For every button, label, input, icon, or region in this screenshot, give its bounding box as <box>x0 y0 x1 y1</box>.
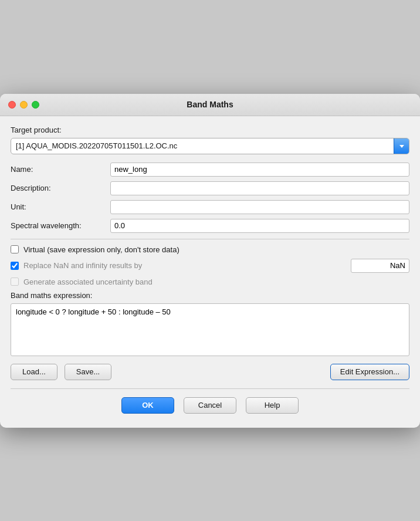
virtual-checkbox-row: Virtual (save expression only, don't sto… <box>11 245 409 254</box>
target-product-arrow[interactable] <box>394 138 409 154</box>
window-title: Band Maths <box>187 100 233 109</box>
title-bar: Band Maths <box>0 94 420 116</box>
expression-label: Band maths expression: <box>11 291 409 300</box>
target-product-label: Target product: <box>11 126 409 134</box>
save-button[interactable]: Save... <box>65 364 111 380</box>
target-product-value: [1] AQUA_MODIS.20220705T011501.L2.OC.nc <box>11 141 394 150</box>
close-button[interactable] <box>8 101 16 109</box>
replace-nan-label: Replace NaN and infinity results by <box>23 261 346 270</box>
cancel-button[interactable]: Cancel <box>184 397 236 414</box>
help-button[interactable]: Help <box>246 397 299 414</box>
expression-textarea[interactable] <box>11 303 409 356</box>
main-content: Target product: [1] AQUA_MODIS.20220705T… <box>0 116 420 428</box>
edit-expression-button[interactable]: Edit Expression... <box>330 364 409 380</box>
unit-input[interactable] <box>110 200 409 214</box>
description-label: Description: <box>11 184 110 192</box>
replace-nan-row: Replace NaN and infinity results by <box>11 259 409 273</box>
minimize-button[interactable] <box>20 101 28 109</box>
maximize-button[interactable] <box>32 101 39 109</box>
description-input[interactable] <box>110 181 409 195</box>
unit-label: Unit: <box>11 202 110 211</box>
replace-nan-checkbox[interactable] <box>11 262 19 270</box>
name-label: Name: <box>11 165 110 174</box>
divider-1 <box>11 239 409 239</box>
load-button[interactable]: Load... <box>11 364 57 380</box>
traffic-lights <box>8 101 39 109</box>
uncertainty-checkbox[interactable] <box>11 278 19 286</box>
form-fields: Name: Description: Unit: Spectral wavele… <box>11 163 409 233</box>
virtual-label: Virtual (save expression only, don't sto… <box>23 245 179 254</box>
uncertainty-checkbox-row: Generate associated uncertainty band <box>11 278 409 286</box>
replace-nan-value-input[interactable] <box>351 259 409 273</box>
name-input[interactable] <box>110 163 409 177</box>
target-product-dropdown[interactable]: [1] AQUA_MODIS.20220705T011501.L2.OC.nc <box>11 138 409 154</box>
expression-buttons: Load... Save... Edit Expression... <box>11 364 409 380</box>
virtual-checkbox[interactable] <box>11 245 19 253</box>
bottom-buttons: OK Cancel Help <box>11 397 409 417</box>
target-product-section: Target product: [1] AQUA_MODIS.20220705T… <box>11 126 409 154</box>
spectral-wavelength-label: Spectral wavelength: <box>11 221 110 230</box>
uncertainty-label: Generate associated uncertainty band <box>23 278 153 286</box>
expression-section: Band maths expression: <box>11 291 409 358</box>
band-maths-window: Band Maths Target product: [1] AQUA_MODI… <box>0 94 420 428</box>
divider-2 <box>11 388 409 389</box>
spectral-wavelength-input[interactable] <box>110 219 409 233</box>
ok-button[interactable]: OK <box>121 397 174 414</box>
